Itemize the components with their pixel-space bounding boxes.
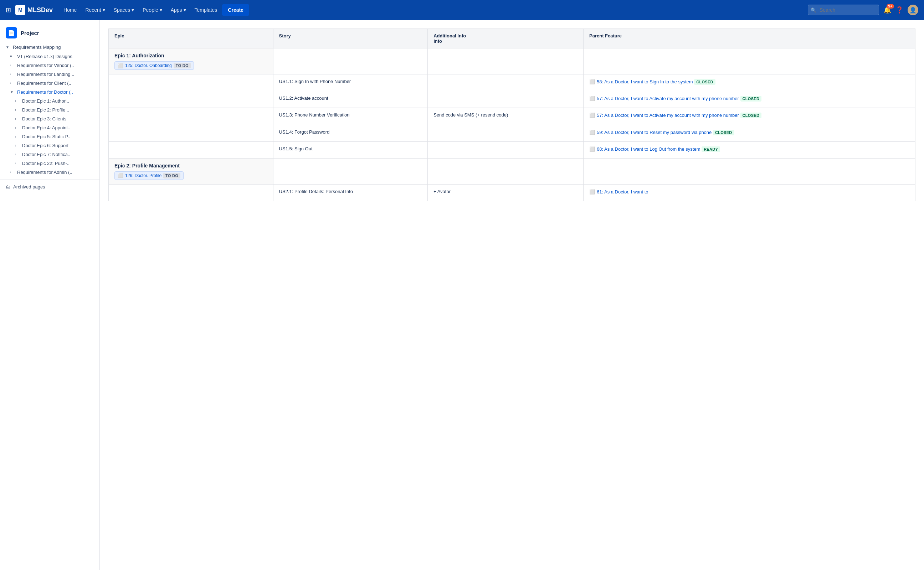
sidebar-item-doctor-epic6[interactable]: › Doctor.Epic 6: Support	[0, 141, 100, 150]
table-row: US1.1: Sign In with Phone Number ⬜ 58: A…	[109, 75, 915, 91]
help-button[interactable]: ❓	[895, 6, 903, 14]
parent-feature-text[interactable]: 59: As a Doctor, I want to Reset my pass…	[597, 130, 713, 135]
story-cell: US1.5: Sign Out	[273, 141, 428, 158]
sidebar-item-requirements-landing[interactable]: › Requirements for Landing ..	[0, 70, 100, 79]
ticket-icon: ⬜	[118, 63, 123, 68]
sidebar-item-label: Doctor.Epic 2: Profile ..	[22, 107, 94, 113]
sidebar-item-doctor-epic22[interactable]: › Doctor.Epic 22: Push-..	[0, 159, 100, 168]
additional-info-cell	[428, 75, 583, 91]
nav-people[interactable]: People ▾	[139, 5, 166, 15]
sidebar-item-v1-designs[interactable]: • V1 (Release #1.x) Designs	[0, 52, 100, 61]
chevron-down-icon: ▼	[10, 90, 15, 94]
sidebar-item-doctor-epic7[interactable]: › Doctor.Epic 7: Notifica..	[0, 150, 100, 159]
parent-feature-cell: ⬜ 57: As a Doctor, I want to Activate my…	[583, 108, 915, 125]
notification-badge: 9+	[887, 4, 894, 9]
sidebar-item-label: Requirements for Admin (..	[17, 170, 94, 175]
requirements-table: Epic Story Additional InfoParent Feature…	[108, 29, 915, 201]
status-badge: TO DO	[173, 63, 191, 68]
nav-home[interactable]: Home	[60, 5, 80, 15]
epic-cell	[109, 125, 273, 141]
additional-info-cell	[428, 125, 583, 141]
additional-info-cell	[428, 158, 583, 184]
epic-cell: Epic 1: Authorization ⬜ 125: Doctor. Onb…	[109, 49, 273, 75]
sidebar-item-label: Requirements for Doctor (..	[17, 89, 94, 95]
logo-text: MLSDev	[28, 6, 53, 14]
sidebar-item-doctor-epic4[interactable]: › Doctor.Epic 4: Appoint..	[0, 123, 100, 132]
sidebar-item-label: Doctor.Epic 1: Authori..	[22, 98, 94, 104]
col-header-story: Story	[273, 29, 428, 49]
table-row: US2.1: Profile Details: Personal Info + …	[109, 184, 915, 201]
story-cell	[273, 49, 428, 75]
sidebar-item-requirements-vendor[interactable]: › Requirements for Vendor (..	[0, 61, 100, 70]
sidebar-item-doctor-epic5[interactable]: › Doctor.Epic 5: Static P..	[0, 132, 100, 141]
ticket-badge[interactable]: ⬜ 126: Doctor. Profile TO DO	[114, 172, 184, 180]
archive-icon: 🗂	[6, 184, 10, 190]
chevron-right-icon: ›	[10, 170, 15, 174]
sidebar-item-label: Requirements for Vendor (..	[17, 63, 94, 68]
nav-spaces[interactable]: Spaces ▾	[110, 5, 138, 15]
parent-feature-link: ⬜ 57: As a Doctor, I want to Activate my…	[589, 112, 909, 119]
additional-info-cell: + Avatar	[428, 184, 583, 201]
parent-feature-cell: ⬜ 58: As a Doctor, I want to Sign In to …	[583, 75, 915, 91]
story-cell: US1.1: Sign In with Phone Number	[273, 75, 428, 91]
status-badge: CLOSED	[713, 130, 734, 135]
sidebar-item-doctor-epic3[interactable]: › Doctor.Epic 3: Clients	[0, 114, 100, 123]
parent-feature-text[interactable]: 68: As a Doctor, I want to Log Out from …	[597, 146, 701, 152]
user-avatar[interactable]: 👤	[908, 5, 918, 15]
sidebar-item-label: V1 (Release #1.x) Designs	[17, 54, 94, 59]
sidebar-item-doctor-epic2[interactable]: › Doctor.Epic 2: Profile ..	[0, 106, 100, 114]
ticket-link[interactable]: 126: Doctor. Profile	[125, 173, 161, 178]
sidebar-item-label: Doctor.Epic 3: Clients	[22, 116, 94, 121]
sidebar-item-requirements-admin[interactable]: › Requirements for Admin (..	[0, 168, 100, 177]
table-row: US1.4: Forgot Password ⬜ 59: As a Doctor…	[109, 125, 915, 141]
story-cell	[273, 158, 428, 184]
chevron-right-icon: ›	[15, 117, 20, 121]
grid-icon[interactable]: ⊞	[6, 6, 11, 14]
parent-feature-cell	[583, 49, 915, 75]
nav-apps[interactable]: Apps ▾	[167, 5, 190, 15]
sidebar-item-label: Requirements for Landing ..	[17, 72, 94, 77]
create-button[interactable]: Create	[222, 4, 249, 16]
ticket-badge[interactable]: ⬜ 125: Doctor. Onboarding TO DO	[114, 61, 194, 70]
additional-info-cell: Send code via SMS (+ resend code)	[428, 108, 583, 125]
notifications-button[interactable]: 🔔 9+	[883, 6, 891, 14]
search-input[interactable]	[808, 5, 879, 15]
workspace-icon: 📄	[6, 27, 17, 38]
logo-icon: M	[15, 5, 25, 15]
table-row: Epic 1: Authorization ⬜ 125: Doctor. Onb…	[109, 49, 915, 75]
parent-feature-text[interactable]: 57: As a Doctor, I want to Activate my a…	[597, 96, 740, 101]
sidebar-item-label: Doctor.Epic 6: Support	[22, 143, 94, 148]
chevron-right-icon: ›	[10, 72, 15, 76]
ticket-link[interactable]: 125: Doctor. Onboarding	[125, 63, 172, 68]
sidebar-item-requirements-doctor[interactable]: ▼ Requirements for Doctor (..	[0, 87, 100, 97]
status-badge: CLOSED	[740, 113, 762, 118]
topnav-right: 🔔 9+ ❓ 👤	[808, 5, 918, 15]
parent-feature-text[interactable]: 57: As a Doctor, I want to Activate my a…	[597, 113, 740, 118]
archived-pages-link[interactable]: 🗂 Archived pages	[0, 179, 100, 194]
chevron-right-icon: ›	[15, 126, 20, 130]
ticket-icon: ⬜	[589, 113, 595, 118]
story-cell: US2.1: Profile Details: Personal Info	[273, 184, 428, 201]
logo[interactable]: M MLSDev	[15, 5, 53, 15]
ticket-icon: ⬜	[589, 146, 595, 152]
parent-feature-link: ⬜ 59: As a Doctor, I want to Reset my pa…	[589, 129, 909, 136]
parent-feature-link: ⬜ 58: As a Doctor, I want to Sign In to …	[589, 79, 909, 85]
parent-feature-text[interactable]: 61: As a Doctor, I want to	[597, 189, 648, 195]
table-row: US1.3: Phone Number Verification Send co…	[109, 108, 915, 125]
sidebar-item-requirements-mapping[interactable]: ▼ Requirements Mapping	[0, 43, 100, 52]
search-wrapper	[808, 5, 879, 15]
epic-cell	[109, 75, 273, 91]
sidebar: 📄 Projecr ▼ Requirements Mapping • V1 (R…	[0, 20, 100, 570]
table-row: Epic 2: Profile Management ⬜ 126: Doctor…	[109, 158, 915, 184]
table-header-row: Epic Story Additional InfoParent Feature…	[109, 29, 915, 49]
nav-recent[interactable]: Recent ▾	[81, 5, 108, 15]
story-cell: US1.3: Phone Number Verification	[273, 108, 428, 125]
workspace-header[interactable]: 📄 Projecr	[0, 24, 100, 43]
epic-cell	[109, 91, 273, 108]
nav-templates[interactable]: Templates	[191, 5, 221, 15]
parent-feature-text[interactable]: 58: As a Doctor, I want to Sign In to th…	[597, 79, 694, 84]
chevron-right-icon: ›	[15, 161, 20, 165]
sidebar-item-doctor-epic1[interactable]: › Doctor.Epic 1: Authori..	[0, 97, 100, 106]
sidebar-item-requirements-client[interactable]: › Requirements for Client (..	[0, 79, 100, 87]
ticket-icon: ⬜	[118, 173, 123, 178]
